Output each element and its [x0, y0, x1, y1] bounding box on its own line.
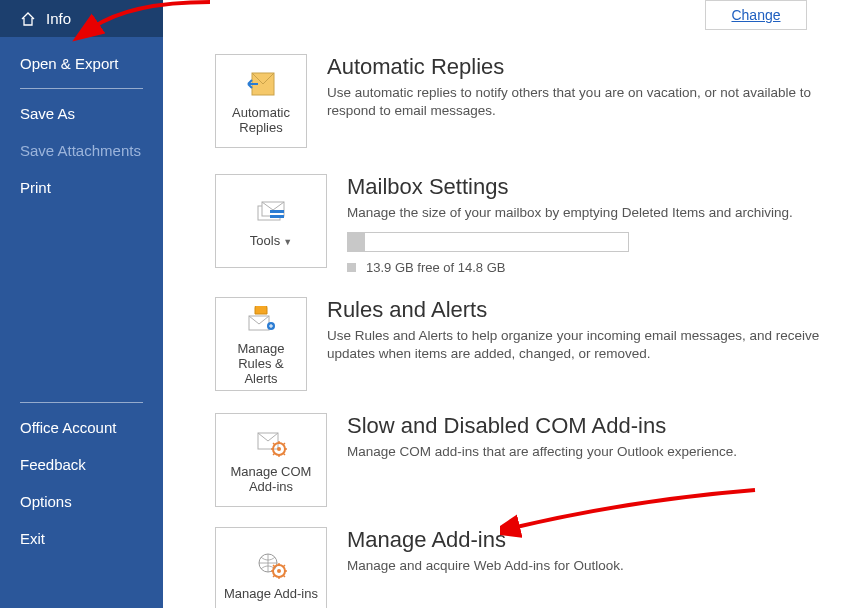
sidebar-label: Save As — [20, 105, 75, 122]
section-title-com-addins: Slow and Disabled COM Add-ins — [347, 413, 737, 439]
chevron-down-icon: ▼ — [283, 237, 292, 247]
rules-icon — [245, 302, 277, 338]
svg-point-9 — [277, 447, 281, 451]
section-title-web-addins: Manage Add-ins — [347, 527, 624, 553]
manage-rules-tile[interactable]: Manage Rules & Alerts — [215, 297, 307, 391]
tile-label: Manage Add-ins — [218, 587, 324, 602]
section-desc: Manage the size of your mailbox by empty… — [347, 204, 793, 222]
account-change-box: Change — [705, 0, 807, 30]
sidebar-item-feedback[interactable]: Feedback — [0, 446, 163, 483]
section-desc: Manage and acquire Web Add-ins for Outlo… — [347, 557, 624, 575]
mailbox-quota-bar — [347, 232, 629, 252]
mailbox-quota-text-row: 13.9 GB free of 14.8 GB — [347, 260, 793, 275]
tools-icon — [256, 194, 286, 230]
tools-tile[interactable]: Tools▼ — [215, 174, 327, 268]
sidebar-label: Open & Export — [20, 55, 118, 72]
tile-label: Automatic Replies — [216, 106, 306, 136]
tile-label: Manage COM Add-ins — [216, 465, 326, 495]
info-panel: Change Automatic Replies Automatic Repli… — [163, 0, 847, 608]
sidebar-label: Office Account — [20, 419, 116, 436]
file-sidebar: Info Open & Export Save As Save Attachme… — [0, 0, 163, 608]
mailbox-quota-fill — [348, 233, 365, 251]
automatic-replies-tile[interactable]: Automatic Replies — [215, 54, 307, 148]
tile-label: Manage Rules & Alerts — [216, 342, 306, 387]
mailbox-quota-text: 13.9 GB free of 14.8 GB — [366, 260, 505, 275]
sidebar-label: Exit — [20, 530, 45, 547]
quota-legend-swatch — [347, 263, 356, 272]
sidebar-divider — [20, 88, 143, 89]
tile-label: Tools▼ — [244, 234, 298, 249]
sidebar-label: Save Attachments — [20, 142, 141, 159]
svg-rect-4 — [270, 215, 284, 218]
section-desc: Manage COM add-ins that are affecting yo… — [347, 443, 737, 461]
sidebar-item-open-export[interactable]: Open & Export — [0, 45, 163, 82]
sidebar-divider — [20, 402, 143, 403]
sidebar-label: Print — [20, 179, 51, 196]
sidebar-label: Options — [20, 493, 72, 510]
sidebar-item-save-attachments: Save Attachments — [0, 132, 163, 169]
web-addins-icon — [255, 547, 287, 583]
section-title-mailbox: Mailbox Settings — [347, 174, 793, 200]
section-title-rules: Rules and Alerts — [327, 297, 847, 323]
svg-rect-3 — [270, 210, 284, 213]
sidebar-item-save-as[interactable]: Save As — [0, 95, 163, 132]
com-addins-icon — [255, 425, 287, 461]
sidebar-label: Info — [46, 10, 71, 27]
svg-point-12 — [277, 569, 281, 573]
home-icon — [20, 11, 36, 27]
section-title-automatic-replies: Automatic Replies — [327, 54, 847, 80]
section-desc: Use automatic replies to notify others t… — [327, 84, 847, 120]
manage-web-addins-tile[interactable]: Manage Add-ins — [215, 527, 327, 608]
sidebar-item-exit[interactable]: Exit — [0, 520, 163, 557]
sidebar-item-options[interactable]: Options — [0, 483, 163, 520]
sidebar-item-office-account[interactable]: Office Account — [0, 409, 163, 446]
automatic-replies-icon — [244, 66, 278, 102]
manage-com-addins-tile[interactable]: Manage COM Add-ins — [215, 413, 327, 507]
section-desc: Use Rules and Alerts to help organize yo… — [327, 327, 847, 363]
sidebar-label: Feedback — [20, 456, 86, 473]
sidebar-item-info[interactable]: Info — [0, 0, 163, 37]
sidebar-item-print[interactable]: Print — [0, 169, 163, 206]
change-link[interactable]: Change — [731, 7, 780, 23]
